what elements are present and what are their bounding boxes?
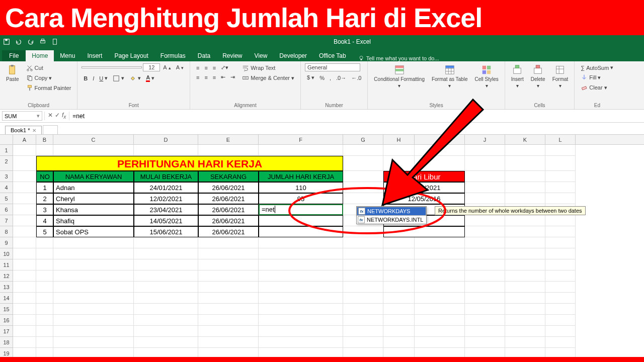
cell[interactable]: [259, 248, 343, 259]
cell[interactable]: [13, 182, 36, 193]
cancel-formula-icon[interactable]: ✕: [48, 112, 53, 120]
row-header[interactable]: 3: [0, 171, 13, 182]
cell[interactable]: [134, 270, 198, 282]
cell[interactable]: [545, 326, 576, 337]
cell[interactable]: [198, 259, 259, 270]
cell[interactable]: 4: [36, 215, 53, 226]
tell-me[interactable]: Tell me what you want to do...: [358, 55, 439, 61]
cell[interactable]: SEKARANG: [198, 171, 259, 182]
cell[interactable]: [415, 326, 465, 337]
number-format-select[interactable]: General: [305, 63, 360, 71]
cell[interactable]: [545, 337, 576, 348]
font-color-button[interactable]: A▾: [144, 73, 156, 83]
cell[interactable]: [259, 270, 343, 282]
cell[interactable]: [465, 304, 505, 315]
cell[interactable]: [343, 282, 383, 293]
paste-button[interactable]: Paste: [4, 63, 21, 83]
align-left-button[interactable]: ≡: [194, 73, 201, 81]
increase-font-button[interactable]: A▴: [161, 63, 173, 71]
cell[interactable]: [505, 259, 545, 270]
align-top-button[interactable]: ≡: [194, 64, 201, 72]
cell[interactable]: [545, 248, 576, 259]
cell[interactable]: [505, 304, 545, 315]
cell[interactable]: [505, 193, 545, 204]
wrap-text-button[interactable]: Wrap Text: [240, 63, 296, 72]
print-preview-icon[interactable]: [39, 38, 46, 45]
percent-button[interactable]: %: [317, 74, 327, 82]
fill-color-button[interactable]: ▾: [127, 74, 143, 83]
cell[interactable]: [134, 237, 198, 248]
cell[interactable]: [415, 315, 465, 326]
cell[interactable]: [259, 145, 343, 156]
cell[interactable]: [465, 145, 505, 156]
cell[interactable]: [53, 326, 134, 337]
cell[interactable]: [383, 248, 415, 259]
cell[interactable]: [134, 259, 198, 270]
align-middle-button[interactable]: ≡: [202, 64, 209, 72]
cell[interactable]: [465, 248, 505, 259]
font-size-select[interactable]: 12: [143, 63, 160, 71]
cell[interactable]: [465, 293, 505, 304]
col-header[interactable]: F: [259, 135, 343, 144]
cell[interactable]: 26/06/2021: [198, 182, 259, 193]
row-header[interactable]: 8: [0, 226, 13, 237]
font-name-select[interactable]: [82, 66, 142, 68]
cell[interactable]: [505, 182, 545, 193]
cell[interactable]: [259, 237, 343, 248]
spreadsheet-grid[interactable]: A B C D E F G H I J K L 12PERHITUNGAN HA…: [0, 135, 644, 362]
cell[interactable]: 5: [36, 226, 53, 237]
cell[interactable]: [465, 237, 505, 248]
format-painter-button[interactable]: Format Painter: [24, 83, 73, 93]
cell[interactable]: [198, 326, 259, 337]
tab-page-layout[interactable]: Page Layout: [108, 50, 154, 61]
row-header[interactable]: 7: [0, 215, 13, 226]
cell[interactable]: [343, 171, 383, 182]
cell[interactable]: [198, 282, 259, 293]
row-header[interactable]: 11: [0, 259, 13, 270]
cell[interactable]: [383, 237, 415, 248]
cell[interactable]: [13, 304, 36, 315]
cell[interactable]: [383, 337, 415, 348]
cell[interactable]: [259, 304, 343, 315]
cell[interactable]: [545, 315, 576, 326]
cell[interactable]: [465, 156, 505, 171]
cell[interactable]: 26/06/2021: [198, 204, 259, 215]
cell[interactable]: [545, 156, 576, 171]
cell[interactable]: [465, 315, 505, 326]
new-icon[interactable]: [51, 38, 58, 45]
cell[interactable]: [198, 337, 259, 348]
cell[interactable]: [13, 215, 36, 226]
cell[interactable]: [343, 226, 383, 237]
cell[interactable]: [465, 226, 505, 237]
cell[interactable]: [415, 304, 465, 315]
tab-file[interactable]: File: [2, 50, 26, 61]
cell[interactable]: [259, 226, 343, 237]
cell[interactable]: [13, 226, 36, 237]
cell[interactable]: [343, 259, 383, 270]
cell[interactable]: [465, 270, 505, 282]
cell[interactable]: [383, 282, 415, 293]
conditional-formatting-button[interactable]: Conditional Formatting▾: [372, 63, 427, 89]
col-header[interactable]: C: [53, 135, 134, 144]
cell[interactable]: [545, 270, 576, 282]
cell[interactable]: 15/06/2021: [134, 226, 198, 237]
cell[interactable]: [259, 215, 343, 226]
tab-data[interactable]: Data: [192, 50, 216, 61]
cell[interactable]: [383, 304, 415, 315]
underline-button[interactable]: U ▾: [97, 74, 110, 82]
cell[interactable]: [465, 282, 505, 293]
fx-icon[interactable]: fx: [62, 112, 66, 120]
cell[interactable]: [36, 315, 53, 326]
orientation-button[interactable]: ⤢▾: [219, 63, 230, 72]
cell[interactable]: [13, 237, 36, 248]
cell[interactable]: Shafiq: [53, 215, 134, 226]
cell[interactable]: 26/06/2021: [198, 226, 259, 237]
cell[interactable]: [343, 248, 383, 259]
cell[interactable]: [415, 237, 465, 248]
cell[interactable]: [13, 259, 36, 270]
cell[interactable]: [13, 282, 36, 293]
cell[interactable]: [545, 237, 576, 248]
cell[interactable]: [505, 145, 545, 156]
cell[interactable]: [383, 270, 415, 282]
cell[interactable]: PERHITUNGAN HARI KERJA: [36, 156, 343, 171]
